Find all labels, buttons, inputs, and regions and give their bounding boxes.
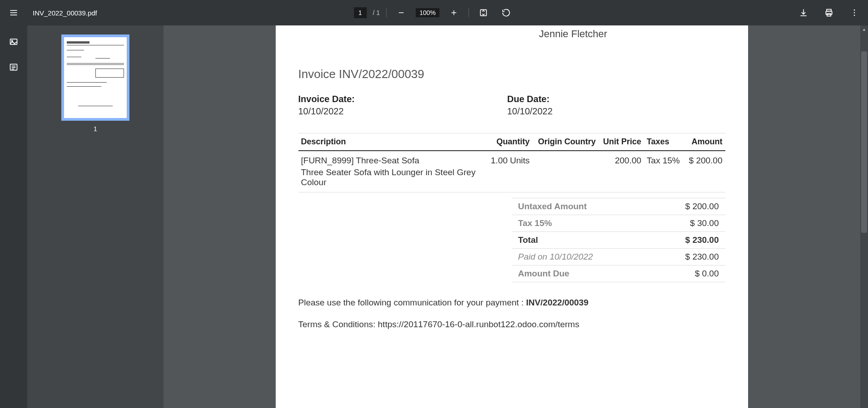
- line-amount: $ 200.00: [684, 151, 725, 192]
- page-total-value: 1: [377, 9, 380, 16]
- toolbar-separator: [468, 8, 469, 17]
- page-number-input[interactable]: [354, 7, 367, 18]
- payment-communication-ref: INV/2022/00039: [526, 298, 588, 307]
- total-label: Total: [512, 232, 651, 249]
- thumbnail-page-number: 1: [94, 125, 97, 133]
- payment-communication: Please use the following communication f…: [298, 298, 725, 308]
- fit-page-button[interactable]: [475, 5, 491, 21]
- untaxed-label: Untaxed Amount: [512, 198, 651, 215]
- due-date-label: Due Date:: [507, 94, 716, 104]
- payment-communication-prefix: Please use the following communication f…: [298, 298, 526, 307]
- invoice-date-label: Invoice Date:: [298, 94, 507, 104]
- total-value: $ 230.00: [651, 232, 725, 249]
- table-row: [FURN_8999] Three-Seat Sofa Three Seater…: [298, 151, 725, 192]
- line-unit-price: 200.00: [598, 151, 644, 192]
- svg-rect-14: [10, 39, 17, 44]
- totals-table: Untaxed Amount $ 200.00 Tax 15% $ 30.00 …: [512, 198, 725, 282]
- download-button[interactable]: [795, 5, 812, 21]
- invoice-title: Invoice INV/2022/00039: [298, 67, 725, 81]
- zoom-level[interactable]: 100%: [416, 8, 439, 17]
- due-date-value: 10/10/2022: [507, 106, 716, 117]
- page-thumbnail[interactable]: [61, 34, 129, 121]
- scroll-up-icon[interactable]: ▲: [860, 25, 868, 33]
- amount-due-value: $ 0.00: [651, 265, 725, 282]
- main-area: 1 Jennie Fletcher Invoice INV/2022/00039…: [0, 25, 868, 408]
- line-item-desc: Three Seater Sofa with Lounger in Steel …: [301, 167, 484, 187]
- rotate-button[interactable]: [498, 5, 514, 21]
- document-filename: INV_2022_00039.pdf: [33, 9, 97, 17]
- svg-point-12: [854, 12, 855, 14]
- tax-label: Tax 15%: [512, 215, 651, 232]
- svg-point-11: [854, 10, 855, 11]
- terms-conditions: Terms & Conditions: https://20117670-16-…: [298, 320, 725, 329]
- thumbnails-icon[interactable]: [8, 36, 19, 47]
- col-unit-price: Unit Price: [598, 133, 644, 151]
- paid-label: Paid on 10/10/2022: [512, 249, 651, 265]
- col-origin-country: Origin Country: [532, 133, 598, 151]
- amount-due-label: Amount Due: [512, 265, 651, 282]
- more-actions-button[interactable]: [846, 5, 863, 21]
- scrollbar-track[interactable]: [860, 33, 868, 408]
- tax-value: $ 30.00: [651, 215, 725, 232]
- zoom-in-button[interactable]: [446, 5, 462, 21]
- paid-value: $ 230.00: [651, 249, 725, 265]
- col-taxes: Taxes: [644, 133, 684, 151]
- untaxed-value: $ 200.00: [651, 198, 725, 215]
- col-amount: Amount: [684, 133, 725, 151]
- document-page: Jennie Fletcher Invoice INV/2022/00039 I…: [276, 25, 748, 408]
- thumbnails-panel: 1: [27, 25, 164, 408]
- invoice-lines-table: Description Quantity Origin Country Unit…: [298, 133, 725, 192]
- dates-row: Invoice Date: 10/10/2022 Due Date: 10/10…: [298, 94, 725, 117]
- outline-icon[interactable]: [8, 62, 19, 73]
- line-origin-country: [532, 151, 598, 192]
- sidebar-icon-rail: [0, 25, 27, 408]
- print-button[interactable]: [821, 5, 837, 21]
- col-quantity: Quantity: [486, 133, 532, 151]
- scrollbar-thumb[interactable]: [861, 51, 867, 233]
- document-viewer[interactable]: Jennie Fletcher Invoice INV/2022/00039 I…: [164, 25, 868, 408]
- scrollbar[interactable]: ▲: [860, 25, 868, 408]
- zoom-out-button[interactable]: [393, 5, 409, 21]
- page-total-label: / 1: [373, 9, 380, 16]
- menu-icon[interactable]: [5, 5, 22, 21]
- invoice-date-value: 10/10/2022: [298, 106, 507, 117]
- line-taxes: Tax 15%: [644, 151, 684, 192]
- col-description: Description: [298, 133, 486, 151]
- customer-name: Jennie Fletcher: [539, 25, 725, 67]
- svg-point-13: [854, 15, 855, 16]
- line-quantity: 1.00 Units: [486, 151, 532, 192]
- toolbar-separator: [386, 8, 387, 17]
- line-item-name: [FURN_8999] Three-Seat Sofa: [301, 156, 484, 166]
- toolbar: INV_2022_00039.pdf / 1 100%: [0, 0, 868, 25]
